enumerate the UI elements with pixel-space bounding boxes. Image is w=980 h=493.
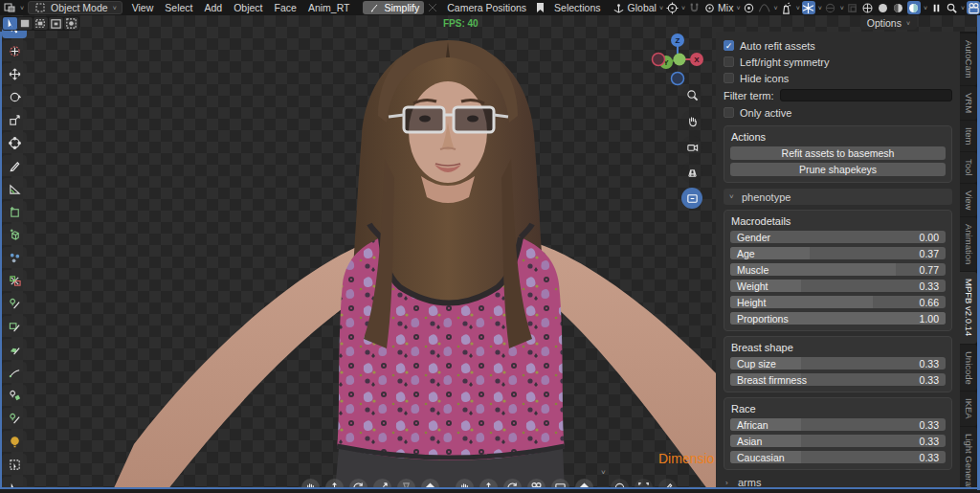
checkbox-only-active[interactable] — [724, 107, 734, 118]
filter-input[interactable] — [780, 89, 952, 101]
tab-autocam[interactable]: AutoCam — [960, 34, 977, 85]
paint-select-tool[interactable] — [2, 247, 27, 268]
place-pen-tool-1[interactable] — [2, 293, 27, 314]
zoom-icon[interactable] — [681, 84, 702, 105]
dropdown-caret[interactable]: ˅ — [924, 5, 927, 11]
movie-camera-icon[interactable] — [967, 1, 980, 14]
box-select-subtract-icon[interactable] — [49, 17, 63, 30]
move-tool[interactable] — [2, 63, 27, 84]
orientation-axis-icon[interactable] — [612, 1, 626, 14]
slider-muscle[interactable]: Muscle0.77 — [730, 263, 946, 276]
measure-tool[interactable] — [2, 178, 27, 199]
dropdown-caret[interactable]: ˅ — [681, 5, 685, 11]
annotate-spray-icon[interactable] — [780, 1, 793, 14]
dropdown-caret[interactable]: ˅ — [736, 5, 740, 11]
rotate-tool[interactable] — [2, 86, 27, 107]
tab-light-generator[interactable]: Light Generator — [960, 427, 977, 493]
camera-positions-button[interactable]: Camera Positions — [441, 2, 532, 13]
menu-view[interactable]: View — [126, 2, 160, 13]
cursor-tool[interactable] — [2, 40, 27, 61]
viewport-editor-icon[interactable] — [4, 1, 15, 14]
slider-gender[interactable]: Gender0.00 — [730, 231, 946, 243]
phenotype-header[interactable]: ˅ phenotype — [724, 189, 952, 205]
tab-vrm[interactable]: VRM — [960, 86, 977, 120]
scale-tool[interactable] — [2, 109, 27, 130]
dropdown-caret[interactable]: ˅ — [818, 5, 822, 11]
dropdown-caret[interactable]: ˅ — [840, 5, 844, 11]
xray-toggle-icon[interactable] — [846, 1, 859, 14]
tab-unicode[interactable]: Unicode — [960, 345, 977, 392]
add-cube-tool[interactable] — [2, 224, 27, 245]
slider-breast-firmness[interactable]: Breast firmness0.33 — [730, 373, 946, 386]
tab-mpfb-v2-0-14[interactable]: MPFB v2.0.14 — [960, 272, 977, 343]
dropdown-caret[interactable]: ˅ — [961, 5, 965, 11]
box-cursor-tool[interactable] — [2, 454, 27, 475]
cut-tool[interactable] — [2, 270, 27, 291]
tab-tool[interactable]: Tool — [960, 152, 977, 182]
pivot-point-icon[interactable] — [665, 1, 679, 14]
add-light-tool[interactable] — [2, 431, 27, 452]
pan-hand-icon[interactable] — [681, 110, 702, 131]
slider-cup-size[interactable]: Cup size0.33 — [730, 357, 946, 370]
place-pen-tool-2[interactable] — [2, 408, 27, 429]
ortho-grid-icon[interactable] — [681, 162, 702, 183]
add-plane-tool[interactable] — [2, 201, 27, 222]
checkbox-hide-icons[interactable] — [724, 73, 734, 83]
camera-view-icon[interactable] — [681, 136, 702, 157]
pin-poly-tool[interactable] — [2, 385, 27, 406]
transform-tool[interactable] — [2, 132, 27, 153]
checkbox-left-right-symmetry[interactable] — [724, 56, 734, 67]
menu-face[interactable]: Face — [269, 2, 302, 13]
annotate-tool[interactable] — [2, 155, 27, 176]
tweak-select-icon[interactable] — [3, 17, 17, 30]
shading-rendered-icon[interactable] — [907, 1, 921, 14]
mode-selector[interactable]: Object Mode ˅ — [28, 1, 122, 14]
tab-view[interactable]: View — [960, 184, 977, 216]
tab-ikea[interactable]: IKEA — [960, 392, 977, 426]
proportional-editing-icon[interactable] — [743, 1, 756, 14]
bottom-area-edge[interactable] — [0, 487, 980, 489]
poly-pen-tool[interactable] — [2, 339, 27, 360]
refit-assets-to-basemesh-button[interactable]: Refit assets to basemesh — [730, 146, 946, 160]
shading-solid-icon[interactable] — [877, 1, 890, 14]
gizmo-arrows-icon[interactable] — [802, 1, 815, 14]
orientation-gizmo[interactable]: Z X Y — [648, 30, 707, 89]
search-icon[interactable] — [945, 1, 958, 14]
tab-animation[interactable]: Animation — [960, 217, 977, 271]
shading-material-icon[interactable] — [892, 1, 905, 14]
menu-add[interactable]: Add — [198, 2, 228, 13]
shading-wireframe-icon[interactable] — [861, 1, 875, 14]
falloff-curve-icon[interactable] — [758, 1, 771, 14]
slider-weight[interactable]: Weight0.33 — [730, 280, 946, 292]
overlays-icon[interactable] — [824, 1, 837, 14]
menu-anim_rt[interactable]: Anim_RT — [302, 2, 356, 13]
menu-select[interactable]: Select — [159, 2, 198, 13]
box-select-new-icon[interactable] — [18, 17, 33, 30]
left-area-edge[interactable] — [0, 32, 2, 488]
dropdown-caret[interactable]: ˅ — [774, 5, 778, 11]
dropdown-caret[interactable]: ˅ — [796, 5, 800, 11]
tab-item[interactable]: Item — [960, 121, 977, 151]
toggle-fullscreen-icon[interactable] — [681, 188, 702, 209]
prune-shapekeys-button[interactable]: Prune shapekeys — [730, 163, 946, 176]
slider-caucasian[interactable]: Caucasian0.33 — [730, 451, 946, 463]
slider-asian[interactable]: Asian0.33 — [730, 435, 946, 447]
menu-object[interactable]: Object — [228, 2, 268, 13]
decimate-icon[interactable] — [428, 1, 437, 14]
timeline-collapse-arrow[interactable]: ˅ — [601, 468, 606, 477]
snap-magnet-icon[interactable] — [687, 1, 701, 14]
curve-pen-tool[interactable] — [2, 362, 27, 383]
image-pen-tool[interactable] — [2, 316, 27, 337]
slider-proportions[interactable]: Proportions1.00 — [730, 312, 946, 325]
circle-select-icon[interactable] — [64, 17, 78, 30]
dropdown-caret[interactable]: ˅ — [659, 5, 663, 11]
options-button[interactable]: Options ˅ — [860, 16, 917, 30]
bookmark-icon[interactable] — [536, 1, 545, 14]
slider-african[interactable]: African0.33 — [730, 418, 946, 431]
slider-age[interactable]: Age0.37 — [730, 247, 946, 259]
checkbox-auto-refit-assets[interactable]: ✓ — [724, 40, 734, 51]
snap-target-icon[interactable] — [702, 1, 716, 14]
simplify-button[interactable]: Simplify — [363, 1, 424, 14]
slider-height[interactable]: Height0.66 — [730, 296, 946, 308]
pause-icon[interactable] — [929, 1, 943, 14]
